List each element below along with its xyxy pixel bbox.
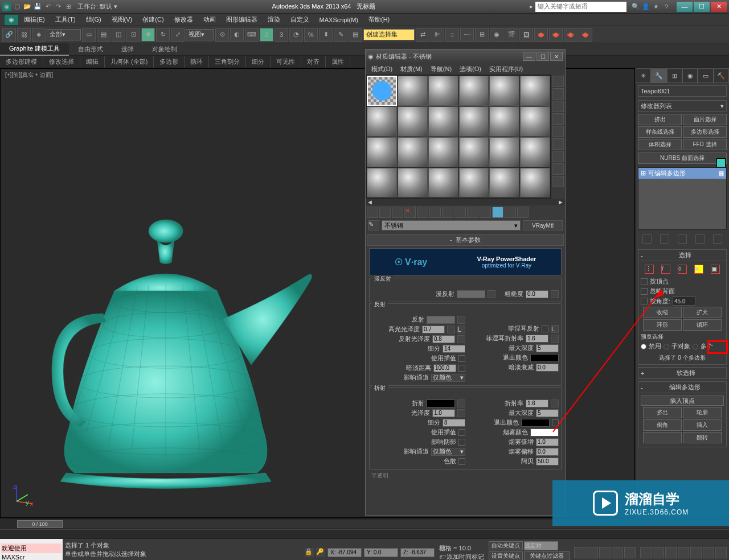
manip-icon[interactable]: ◐	[230, 28, 244, 42]
select-by-mat-icon[interactable]	[552, 163, 564, 175]
edit-inset-button[interactable]: 插入	[683, 419, 722, 431]
sub-modsel[interactable]: 修改选择	[43, 56, 80, 68]
mat-menu-nav[interactable]: 导航(N)	[427, 64, 455, 75]
menu-modifiers[interactable]: 修改器	[170, 14, 198, 25]
ref-coord-dropdown[interactable]: 视图 ▾	[186, 29, 214, 40]
go-parent-icon[interactable]	[492, 207, 503, 218]
time-slider-thumb[interactable]: 0 / 100	[17, 520, 63, 528]
mat-id-icon[interactable]	[454, 207, 466, 218]
timeline-ruler[interactable]	[0, 529, 729, 538]
mat-menu-mode[interactable]: 模式(D)	[368, 64, 396, 75]
refract-shadow-check[interactable]	[458, 439, 465, 446]
menu-edit[interactable]: 编辑(E)	[19, 14, 50, 25]
mat-menu-material[interactable]: 材质(M)	[397, 64, 426, 75]
z-coord[interactable]: Z: -8.637	[400, 548, 435, 557]
maxscript-listener[interactable]: 欢迎使用 MAXScr	[0, 539, 63, 560]
fov-icon[interactable]	[678, 547, 689, 558]
maximize-button[interactable]: ☐	[694, 2, 710, 12]
material-slot-11[interactable]	[489, 106, 519, 137]
schematic-icon[interactable]: ⊞	[475, 28, 489, 42]
edge-icon[interactable]: /	[661, 265, 670, 274]
material-name-field[interactable]: 不锈钢▾	[382, 220, 521, 230]
btn-poly-sel[interactable]: 多边形选择	[683, 126, 727, 138]
loop-button[interactable]: 循环	[683, 319, 722, 331]
edit-bridge-button[interactable]	[643, 432, 682, 443]
display-tab-icon[interactable]: ▭	[698, 68, 713, 83]
render-icon[interactable]: 🫖	[534, 28, 548, 42]
fog-mult-spinner[interactable]: 1.0	[536, 438, 559, 446]
sub-align[interactable]: 对齐	[301, 56, 326, 68]
menu-group[interactable]: 组(G)	[81, 14, 106, 25]
menu-animation[interactable]: 动画	[199, 14, 220, 25]
fog-bias-spinner[interactable]: 0.0	[536, 448, 559, 456]
edit-flip-button[interactable]: 翻转	[683, 432, 722, 443]
object-color-swatch[interactable]	[716, 158, 726, 167]
go-sibling-icon[interactable]	[517, 207, 529, 218]
material-type-button[interactable]: VRayMtl	[523, 220, 563, 230]
goto-end-icon[interactable]	[624, 547, 636, 558]
material-slot-21[interactable]	[428, 168, 458, 198]
basic-params-header[interactable]: - 基本参数	[367, 234, 564, 246]
menu-create[interactable]: 创建(C)	[138, 14, 168, 25]
snap-3d-icon[interactable]: 3	[275, 28, 288, 42]
render-setup-icon[interactable]: 🎬	[505, 28, 518, 42]
spinner-snap-icon[interactable]: ⬍	[319, 28, 333, 42]
assign-icon[interactable]	[392, 207, 403, 218]
material-slot-23[interactable]	[489, 168, 519, 198]
menu-render[interactable]: 渲染	[263, 14, 285, 25]
bind-icon[interactable]: ◈	[32, 28, 46, 42]
edit-outline-button[interactable]: 轮廓	[683, 407, 722, 418]
motion-tab-icon[interactable]: ◉	[682, 68, 698, 83]
material-slot-20[interactable]	[398, 168, 428, 198]
get-material-icon[interactable]	[367, 207, 378, 218]
snap-2d-icon[interactable]: 2	[260, 28, 273, 42]
material-slot-8[interactable]	[398, 106, 428, 137]
app-icon[interactable]: ◉	[2, 2, 11, 11]
modify-tab-icon[interactable]: 🔧	[651, 68, 666, 83]
create-tab-icon[interactable]: ✳	[636, 68, 651, 83]
sub-loop[interactable]: 循环	[185, 56, 209, 68]
make-preview-icon[interactable]	[552, 138, 564, 150]
sub-poly[interactable]: 多边形	[154, 56, 185, 68]
pivot-icon[interactable]: ⊙	[215, 28, 229, 42]
material-slot-24[interactable]	[520, 168, 550, 198]
favorite-icon[interactable]: ★	[652, 2, 661, 11]
btn-vol-sel[interactable]: 体积选择	[638, 139, 682, 150]
percent-snap-icon[interactable]: %	[304, 28, 318, 42]
minimize-button[interactable]: —	[677, 2, 693, 12]
material-slot-19[interactable]	[367, 168, 397, 198]
move-icon[interactable]: ✥	[141, 28, 155, 42]
sub-subdiv[interactable]: 细分	[246, 56, 271, 68]
key-icon[interactable]: 🔑	[316, 548, 325, 557]
mat-minimize-button[interactable]: —	[523, 52, 535, 61]
keyboard-icon[interactable]: ⌨	[245, 28, 259, 42]
pin-stack-icon[interactable]	[642, 234, 652, 244]
btn-ffd-sel[interactable]: FFD 选择	[683, 139, 727, 150]
stack-editable-poly[interactable]: ⊞可编辑多边形▦	[638, 168, 726, 179]
rotate-icon[interactable]: ↻	[156, 28, 170, 42]
material-slot-13[interactable]	[367, 137, 397, 167]
make-copy-icon[interactable]	[417, 207, 428, 218]
viewport-label[interactable]: [+][前][真实 + 边面]	[5, 71, 53, 79]
scroll-right-icon[interactable]: ►	[558, 199, 564, 205]
unlink-icon[interactable]: ⛓	[17, 28, 31, 42]
btn-patch-sel[interactable]: 面片选择	[683, 114, 727, 125]
workspace-dropdown[interactable]: 工作台: 默认 ▾	[77, 2, 117, 11]
app-menu-icon[interactable]: ◉	[5, 15, 18, 25]
backlight-icon[interactable]	[552, 88, 564, 100]
x-coord[interactable]: X: -87.094	[327, 548, 362, 557]
mirror-icon[interactable]: ⇄	[416, 28, 429, 42]
material-slot-3[interactable]	[428, 76, 458, 106]
material-editor-icon[interactable]: ◉	[490, 28, 503, 42]
remove-icon[interactable]	[695, 234, 705, 244]
border-icon[interactable]: ◊	[678, 265, 687, 274]
show-end-icon[interactable]	[480, 207, 491, 218]
dispersion-check[interactable]	[458, 458, 465, 465]
redo-icon[interactable]: ↷	[54, 2, 63, 11]
y-coord[interactable]: Y: 0.0	[364, 548, 398, 557]
material-slot-5[interactable]	[489, 76, 519, 106]
btn-nurbs[interactable]: NURBS 曲面选择	[638, 153, 727, 164]
mat-map-nav-icon[interactable]	[552, 176, 564, 187]
link-icon[interactable]: 🔗	[2, 28, 16, 42]
goto-start-icon[interactable]	[574, 547, 585, 558]
